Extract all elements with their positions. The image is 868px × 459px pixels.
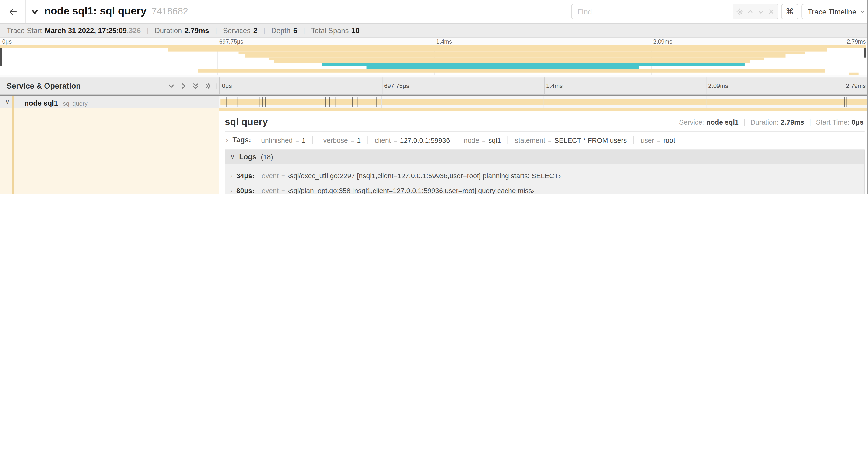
log-marker	[352, 97, 352, 107]
log-row[interactable]: ›34μs:event=‹sql/exec_util.go:2297 [nsql…	[225, 169, 864, 184]
tag-separator	[633, 136, 634, 144]
tag-value: sql1	[488, 136, 501, 144]
ruler-tick-label: 1.4ms	[546, 82, 563, 89]
grid-line	[706, 77, 706, 95]
double-chevron-down-icon[interactable]	[192, 82, 199, 90]
double-chevron-right-icon[interactable]	[204, 82, 211, 90]
span-detail-row: sql query Service:node sql1|Duration:2.7…	[0, 108, 868, 194]
log-marker	[335, 97, 336, 107]
span-service: node sql1	[24, 99, 58, 107]
stat-value: 10	[352, 26, 360, 35]
log-message: ‹sql/plan_opt.go:358 [nsql1,client=127.0…	[288, 187, 534, 194]
stat-value: March 31 2022, 17:25:09	[45, 26, 127, 35]
locate-icon[interactable]	[736, 8, 743, 15]
stat-suffix: .326	[127, 26, 141, 35]
span-detail-header[interactable]: sql query Service:node sql1|Duration:2.7…	[225, 110, 865, 132]
tag-item[interactable]: user=root	[641, 135, 675, 144]
log-marker	[262, 97, 263, 107]
log-marker	[252, 97, 252, 107]
trace-timeline-page: node sql1: sql query7418682 ⌘ Trace T	[0, 0, 868, 194]
stat-label: Duration	[155, 26, 182, 35]
stat-label: Total Spans	[311, 26, 349, 35]
tag-item[interactable]: _unfinished=1	[257, 135, 306, 144]
chevron-right-icon[interactable]: ›	[230, 187, 232, 194]
span-color-accent	[12, 108, 14, 194]
stat-value: 2	[253, 26, 257, 35]
expand-collapse-controls	[168, 82, 211, 90]
search-controls	[733, 4, 778, 19]
minimap-canvas[interactable]	[0, 45, 868, 75]
chevron-down-icon	[860, 9, 865, 14]
logs-accordion: ∨ Logs (18) ›34μs:event=‹sql/exec_util.g…	[225, 150, 865, 194]
tags-label: Tags:	[232, 135, 251, 144]
overview-value: 0μs	[852, 119, 864, 126]
logs-count: (18)	[261, 153, 273, 161]
stat-value: 6	[293, 26, 297, 35]
ruler-tick-label: 2.79ms	[847, 38, 866, 45]
back-button[interactable]	[0, 0, 26, 23]
tag-key: _verbose	[319, 136, 348, 144]
equals-sign: =	[281, 188, 285, 194]
clear-search-icon[interactable]	[768, 8, 774, 15]
chevron-right-icon[interactable]	[180, 82, 187, 90]
search-input[interactable]	[572, 4, 733, 19]
tag-value: 127.0.0.1:59936	[400, 136, 450, 144]
ruler-tick-label: 697.75μs	[219, 38, 243, 45]
log-marker	[376, 97, 377, 107]
minimap-span	[849, 72, 859, 75]
collapse-trace-header-chevron-icon[interactable]	[30, 7, 39, 16]
detail-left-gutter	[0, 108, 219, 194]
prev-result-icon[interactable]	[747, 8, 754, 15]
stats-separator: |	[147, 27, 148, 34]
log-marker	[844, 97, 845, 107]
span-operation-title: sql query	[225, 116, 268, 128]
minimap-left-drag-handle[interactable]	[0, 45, 2, 66]
log-marker	[226, 97, 227, 107]
equals-sign: =	[394, 137, 397, 143]
logs-header[interactable]: ∨ Logs (18)	[225, 150, 864, 164]
next-result-icon[interactable]	[757, 8, 765, 15]
column-resizer-handle[interactable]	[213, 84, 217, 89]
tag-value: root	[663, 136, 675, 144]
ruler-tick-label: 0μs	[2, 38, 12, 45]
overview-label: Service:	[679, 119, 704, 126]
tag-value: 1	[302, 136, 305, 144]
tag-item[interactable]: _verbose=1	[319, 135, 361, 144]
scrollbar[interactable]	[867, 0, 868, 194]
command-icon: ⌘	[786, 6, 794, 17]
minimap-span	[322, 63, 745, 66]
minimap-span	[366, 66, 639, 69]
chevron-down-icon[interactable]: ∨	[5, 98, 10, 106]
log-event-key: event	[261, 172, 279, 180]
find-group	[571, 4, 778, 19]
stat-value: 2.79ms	[185, 26, 209, 35]
span-bar-cell[interactable]	[219, 96, 868, 108]
chevron-down-icon[interactable]	[168, 82, 175, 90]
tag-key: statement	[515, 136, 545, 144]
grid-line	[381, 96, 382, 108]
equals-sign: =	[351, 137, 354, 143]
chevron-right-icon[interactable]: ›	[230, 172, 232, 180]
minimap-span	[269, 57, 764, 60]
overview-label: Start Time:	[816, 119, 849, 126]
tags-row[interactable]: › Tags: _unfinished=1_verbose=1client=12…	[225, 132, 865, 148]
overview-value: node sql1	[706, 119, 739, 126]
tag-item[interactable]: client=127.0.0.1:59936	[375, 135, 450, 144]
trace-view-selector[interactable]: Trace Timeline	[802, 4, 868, 19]
ruler-tick-label: 2.79ms	[846, 82, 866, 89]
tag-item[interactable]: node=sql1	[464, 135, 501, 144]
columns-header: Service & Operation 0μs697.75μs1.4ms2.09…	[0, 77, 868, 96]
log-marker	[304, 97, 304, 107]
minimap-span	[239, 51, 805, 54]
ruler-tick-label: 0μs	[222, 82, 232, 89]
grid-line	[544, 77, 545, 95]
tag-key: client	[375, 136, 391, 144]
minimap-ruler: 0μs697.75μs1.4ms2.09ms2.79ms	[0, 38, 868, 45]
equals-sign: =	[296, 137, 299, 143]
log-row[interactable]: ›80μs:event=‹sql/plan_opt.go:358 [nsql1,…	[225, 183, 864, 194]
keyboard-shortcuts-button[interactable]: ⌘	[781, 4, 799, 19]
span-name: node sql1sql query	[24, 98, 88, 108]
tag-item[interactable]: statement=SELECT * FROM users	[515, 135, 627, 144]
span-name-cell[interactable]: ∨ node sql1sql query	[0, 96, 219, 108]
timeline-minimap: 0μs697.75μs1.4ms2.09ms2.79ms	[0, 38, 868, 77]
